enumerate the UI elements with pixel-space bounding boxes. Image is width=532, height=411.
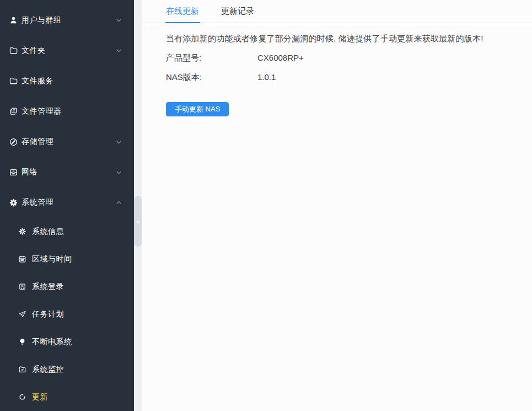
submenu-item-label: 系统监控	[32, 365, 64, 375]
main-content: 在线更新 更新记录 当有添加新的功能或者修复了部分漏洞的时候, 储迹提供了手动更…	[142, 0, 532, 411]
sidebar-item-label: 文件管理器	[22, 106, 62, 116]
gear-icon	[8, 198, 18, 207]
sidebar-item-label: 用户与群组	[22, 15, 62, 25]
submenu-item-label: 系统登录	[32, 282, 64, 292]
sidebar-item-label: 文件服务	[22, 76, 53, 86]
nas-version-label: NAS版本:	[166, 72, 257, 83]
sidebar-item-label: 存储管理	[22, 137, 53, 147]
sidebar-item-label: 网络	[22, 167, 37, 177]
sidebar-item-users-groups[interactable]: 用户与群组	[0, 5, 134, 35]
user-group-icon	[8, 15, 18, 25]
sidebar-item-label: 系统管理	[22, 198, 53, 207]
chevron-down-icon	[115, 138, 122, 146]
sidebar-item-system[interactable]: 系统管理	[0, 188, 134, 218]
sidebar-collapse-handle[interactable]: «	[134, 196, 142, 247]
info-fields: 产品型号: CX6008RP+ NAS版本: 1.0.1	[166, 53, 521, 83]
sidebar-item-file-services[interactable]: 文件服务	[0, 66, 134, 96]
network-icon	[8, 167, 18, 177]
chevron-up-icon	[115, 199, 122, 206]
paper-plane-icon	[18, 310, 26, 318]
submenu-item-update[interactable]: 更新	[0, 383, 134, 411]
storage-icon	[8, 137, 18, 147]
submenu-item-task-schedule[interactable]: 任务计划	[0, 301, 134, 328]
chevron-down-icon	[115, 47, 122, 54]
folder-check-icon	[18, 365, 26, 373]
submenu-item-label: 不断电系统	[32, 337, 72, 347]
sidebar-item-label: 文件夹	[22, 46, 46, 56]
submenu-item-label: 系统信息	[32, 227, 64, 237]
lightbulb-icon	[18, 338, 26, 346]
product-model-value: CX6008RP+	[257, 53, 304, 63]
submenu-item-label: 更新	[32, 392, 48, 402]
submenu-item-system-info[interactable]: 系统信息	[0, 218, 134, 245]
settings-gear-icon	[18, 227, 26, 236]
system-submenu: 系统信息 区域与时间	[0, 218, 134, 411]
sidebar-item-folders[interactable]: 文件夹	[0, 35, 134, 66]
nas-version-value: 1.0.1	[257, 72, 276, 83]
tab-online-update[interactable]: 在线更新	[166, 0, 199, 23]
manual-update-nas-button[interactable]: 手动更新 NAS	[166, 102, 229, 116]
sidebar-item-file-manager[interactable]: 文件管理器	[0, 96, 134, 126]
submenu-item-system-login[interactable]: 系统登录	[0, 273, 134, 301]
sidebar: 用户与群组 文件夹 文件服务	[0, 0, 134, 411]
submenu-item-region-time[interactable]: 区域与时间	[0, 245, 134, 273]
folder-icon	[8, 76, 18, 86]
sidebar-item-storage[interactable]: 存储管理	[0, 127, 134, 157]
chevron-down-icon	[115, 169, 122, 176]
sidebar-collapse-strip: «	[134, 0, 142, 411]
update-description: 当有添加新的功能或者修复了部分漏洞的时候, 储迹提供了手动更新来获取最新的版本!	[166, 34, 521, 44]
calendar-icon	[18, 255, 26, 263]
product-model-label: 产品型号:	[166, 53, 257, 63]
product-model-row: 产品型号: CX6008RP+	[166, 53, 521, 63]
submenu-item-label: 任务计划	[32, 309, 64, 319]
submenu-item-label: 区域与时间	[32, 254, 72, 264]
file-manager-icon	[8, 106, 18, 116]
collapse-chevrons-icon: «	[136, 218, 139, 225]
chevron-down-icon	[115, 17, 122, 24]
nas-version-row: NAS版本: 1.0.1	[166, 72, 521, 83]
refresh-icon	[18, 393, 26, 401]
online-update-panel: 当有添加新的功能或者修复了部分漏洞的时候, 储迹提供了手动更新来获取最新的版本!…	[142, 23, 532, 116]
sidebar-item-network[interactable]: 网络	[0, 157, 134, 188]
submenu-item-system-monitor[interactable]: 系统监控	[0, 356, 134, 383]
folder-icon	[8, 46, 18, 56]
building-icon	[18, 282, 26, 291]
tab-bar: 在线更新 更新记录	[142, 0, 532, 23]
tab-update-history[interactable]: 更新记录	[221, 0, 254, 23]
submenu-item-ups[interactable]: 不断电系统	[0, 328, 134, 356]
